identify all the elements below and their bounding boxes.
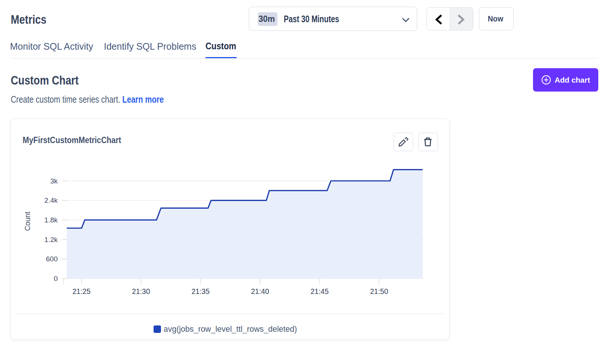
svg-text:1.2k: 1.2k — [45, 236, 58, 244]
svg-text:1.8k: 1.8k — [45, 216, 58, 224]
svg-text:21:45: 21:45 — [310, 287, 329, 295]
svg-text:2.4k: 2.4k — [45, 196, 58, 204]
svg-text:0: 0 — [54, 275, 58, 282]
svg-text:3k: 3k — [50, 177, 58, 185]
svg-text:Count: Count — [23, 211, 32, 231]
svg-text:21:25: 21:25 — [72, 287, 91, 295]
svg-text:600: 600 — [46, 255, 58, 263]
svg-text:21:30: 21:30 — [132, 287, 150, 295]
svg-text:21:50: 21:50 — [370, 287, 388, 295]
svg-text:21:40: 21:40 — [251, 287, 269, 295]
svg-text:21:35: 21:35 — [191, 287, 210, 295]
